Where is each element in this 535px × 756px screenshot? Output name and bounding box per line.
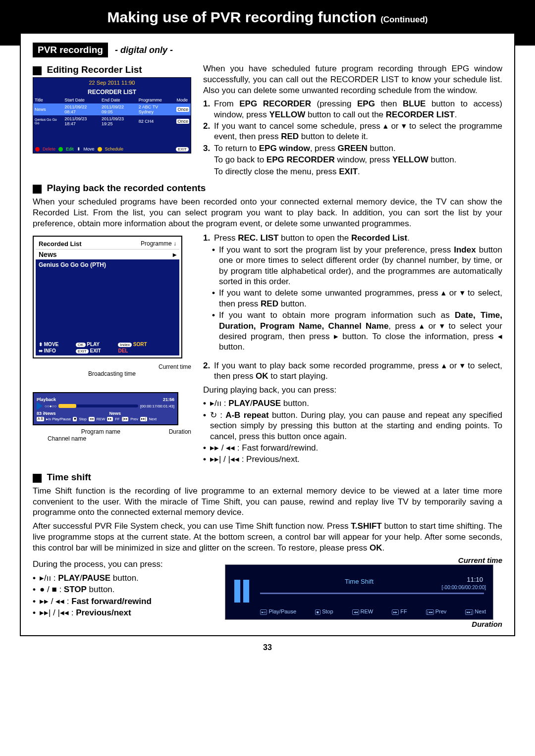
recorder-list-screenshot: 22 Sep 2011 11:90 RECORDER LIST Title St… [33, 77, 191, 153]
playback-intro: When your scheduled programs have been r… [33, 197, 502, 229]
table-row: News 2011/09/22 08:47 2011/09/22 09:05 2… [33, 103, 191, 115]
section-marker [33, 474, 42, 483]
editing-heading: Editing Recorder List [47, 64, 142, 75]
col: Start Date [63, 97, 100, 103]
label-duration: Duration [169, 428, 191, 435]
section-marker [33, 66, 42, 75]
editing-step-2: If you want to cancel some schedule, pre… [214, 121, 502, 142]
editing-step-1: From EPG RECORDER (pressing EPG then BLU… [214, 99, 502, 120]
continued-label: (Continued) [380, 15, 428, 24]
timeshift-screenshot: Time Shift 11:10 [-00:00:06/00:20:00] ▸ı… [225, 564, 493, 620]
editing-intro: When you have scheduled future program r… [203, 63, 502, 96]
label-program-name: Program name [81, 428, 120, 435]
timeshift-p2: After successful PVR File System check, … [33, 521, 502, 553]
page-number: 33 [0, 643, 535, 652]
col: Title [33, 97, 63, 103]
list-item: Genius Go Go Go (PTH) [36, 259, 179, 270]
playback-bar-screenshot: Playback21:56 ○○●○○ [00:00:17/00:01:43] … [33, 392, 178, 425]
label-current-time: Current time [225, 556, 502, 564]
play-icon [37, 402, 43, 410]
pause-icon [234, 580, 254, 603]
label-channel-name: Channel name [48, 435, 191, 442]
label-broadcasting-time: Broadcasting time [33, 370, 191, 377]
section-marker [33, 185, 42, 194]
pvr-heading: PVR recording [33, 43, 108, 57]
table-row: Genius Go Go Go 2011/09/23 18:47 2011/09… [33, 115, 191, 127]
col: Programme [137, 97, 175, 103]
col: Mode [175, 97, 191, 103]
label-current-time: Current time [33, 363, 191, 370]
page-title: Making use of PVR recording function [107, 9, 380, 25]
col: End Date [100, 97, 137, 103]
editing-step-3: To return to EPG window, press GREEN but… [214, 143, 502, 153]
timeshift-p1: Time Shift function is the recording of … [33, 486, 502, 518]
recorded-list-screenshot: Recorded List Programme ↓ News ▸ Genius … [33, 236, 182, 358]
chevron-right-icon: ▸ [173, 251, 176, 258]
playback-step-1: Press REC. LIST button to open the Recor… [214, 233, 502, 243]
recorded-title: Recorded List [39, 240, 82, 248]
list-item: News [39, 251, 57, 258]
playback-step-2: If you want to play back some recorded p… [214, 360, 502, 382]
playback-heading: Playing back the recorded contents [47, 183, 206, 193]
timeshift-heading: Time shift [47, 472, 91, 482]
recorder-list-footer: Delete Edit ⬍Move Schedule EXIT [33, 145, 191, 153]
recorder-list-title: RECORDER LIST [33, 88, 191, 97]
recorder-list-date: 22 Sep 2011 11:90 [33, 78, 191, 88]
digital-only: - digital only - [115, 45, 173, 55]
label-duration: Duration [225, 620, 502, 628]
